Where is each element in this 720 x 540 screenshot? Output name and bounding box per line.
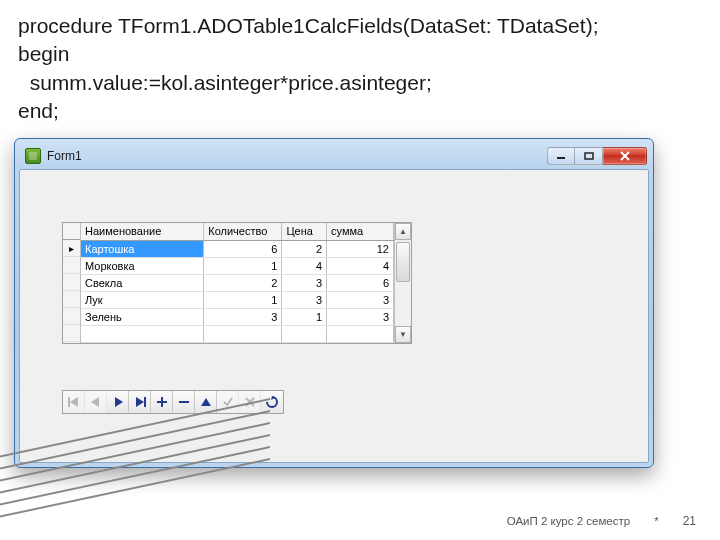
svg-rect-12 (179, 401, 189, 403)
page-number: 21 (683, 514, 696, 528)
col-name: Наименование (81, 223, 204, 240)
col-sum: сумма (327, 223, 394, 240)
nav-next-button[interactable] (107, 391, 129, 413)
client-area: ▸ Наименование (19, 169, 649, 463)
close-button[interactable] (603, 147, 647, 165)
app-window: Form1 ▸ (14, 138, 654, 468)
nav-first-button[interactable] (63, 391, 85, 413)
table-row[interactable]: Лук 1 3 3 (81, 291, 394, 308)
titlebar[interactable]: Form1 (19, 143, 649, 169)
app-icon (25, 148, 41, 164)
svg-rect-9 (144, 397, 146, 407)
nav-refresh-button[interactable] (261, 391, 283, 413)
scroll-thumb[interactable] (396, 242, 410, 282)
svg-rect-11 (157, 401, 167, 403)
table-row[interactable]: Морковка 1 4 4 (81, 257, 394, 274)
nav-post-button[interactable] (217, 391, 239, 413)
svg-marker-5 (70, 397, 78, 407)
scroll-down-icon[interactable]: ▼ (395, 326, 411, 343)
scroll-up-icon[interactable]: ▲ (395, 223, 411, 240)
row-indicator-column: ▸ (63, 223, 81, 343)
table-row[interactable]: Картошка 6 2 12 (81, 240, 394, 257)
footer-star: * (654, 515, 658, 527)
table-row[interactable]: Свекла 2 3 6 (81, 274, 394, 291)
db-grid[interactable]: ▸ Наименование (62, 222, 412, 344)
svg-rect-1 (585, 153, 593, 159)
nav-last-button[interactable] (129, 391, 151, 413)
grid-header-row[interactable]: Наименование Количество Цена сумма (81, 223, 394, 240)
svg-marker-8 (136, 397, 144, 407)
db-navigator (62, 390, 284, 414)
nav-prior-button[interactable] (85, 391, 107, 413)
slide-footer: ОАиП 2 курс 2 семестр * 21 (507, 514, 696, 528)
svg-marker-13 (201, 398, 211, 406)
minimize-button[interactable] (547, 147, 575, 165)
col-price: Цена (282, 223, 327, 240)
nav-edit-button[interactable] (195, 391, 217, 413)
table-row[interactable]: Зелень 3 1 3 (81, 308, 394, 325)
table-row[interactable] (81, 325, 394, 342)
nav-delete-button[interactable] (173, 391, 195, 413)
vertical-scrollbar[interactable]: ▲ ▼ (394, 223, 411, 343)
col-qty: Количество (204, 223, 282, 240)
svg-marker-6 (91, 397, 99, 407)
current-row-indicator-icon: ▸ (63, 240, 80, 257)
source-code: procedure TForm1.ADOTable1CalcFields(Dat… (0, 0, 720, 133)
scroll-track[interactable] (395, 240, 411, 326)
nav-insert-button[interactable] (151, 391, 173, 413)
nav-cancel-button[interactable] (239, 391, 261, 413)
footer-course: ОАиП 2 курс 2 семестр (507, 515, 630, 527)
maximize-button[interactable] (575, 147, 603, 165)
svg-marker-7 (115, 397, 123, 407)
window-title: Form1 (47, 149, 547, 163)
svg-rect-4 (68, 397, 70, 407)
